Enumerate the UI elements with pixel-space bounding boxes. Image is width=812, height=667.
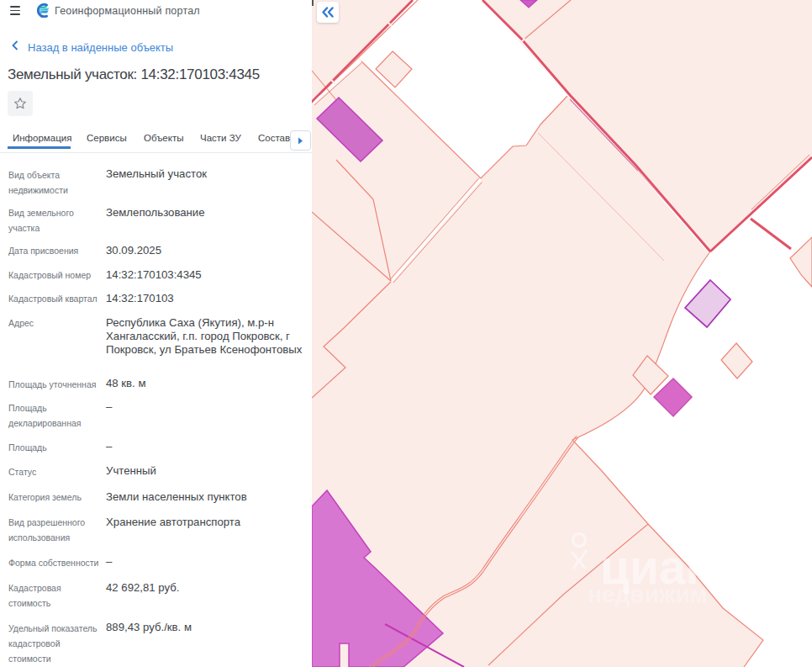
svg-text:недвижим: недвижим [588,581,707,607]
